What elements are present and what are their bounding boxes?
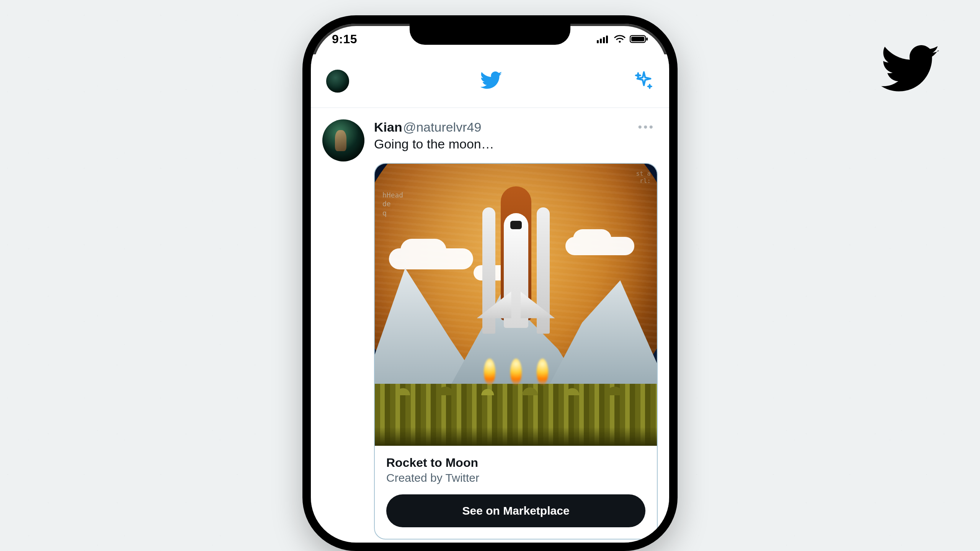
twitter-logo-corner <box>880 38 942 99</box>
nft-creator: Created by Twitter <box>386 471 645 484</box>
status-icons <box>597 35 648 43</box>
tweet-actions <box>374 540 658 551</box>
nft-card[interactable]: hHead de q st a rl: Rocket to Moon Creat… <box>374 163 658 540</box>
author-handle: @naturelvr49 <box>403 120 482 134</box>
svg-rect-7 <box>646 37 648 41</box>
phone-notch <box>410 24 570 45</box>
share-icon[interactable] <box>593 549 609 551</box>
tweet-author-avatar[interactable] <box>322 119 364 161</box>
svg-rect-1 <box>600 39 602 43</box>
nft-art-shuttle <box>474 186 558 370</box>
profile-avatar-small[interactable] <box>326 70 349 93</box>
svg-rect-6 <box>631 37 644 41</box>
battery-icon <box>630 35 648 43</box>
svg-rect-2 <box>603 37 605 43</box>
more-options-icon[interactable]: ••• <box>635 121 658 134</box>
like-icon[interactable] <box>533 549 549 551</box>
status-time: 9:15 <box>332 32 357 46</box>
nft-meta: Rocket to Moon Created by Twitter See on… <box>375 446 657 539</box>
nft-image[interactable]: hHead de q st a rl: <box>375 164 657 446</box>
twitter-app: Kian@naturelvr49 ••• Going to the moon… <box>311 54 669 543</box>
phone-frame: 9:15 <box>302 15 678 551</box>
tweet-text: Going to the moon… <box>374 137 658 152</box>
see-on-marketplace-button[interactable]: See on Marketplace <box>386 494 645 527</box>
wifi-icon <box>614 35 626 43</box>
tweet[interactable]: Kian@naturelvr49 ••• Going to the moon… <box>311 108 669 551</box>
sparkle-icon[interactable] <box>634 70 654 92</box>
reply-icon[interactable] <box>411 549 427 551</box>
cellular-icon <box>597 35 610 43</box>
nft-art-overlay-text: hHead de q <box>382 191 403 217</box>
tweet-user[interactable]: Kian@naturelvr49 <box>374 119 481 135</box>
nft-title: Rocket to Moon <box>386 456 645 470</box>
retweet-icon[interactable] <box>471 549 489 551</box>
author-name: Kian <box>374 120 402 134</box>
tweet-body: Kian@naturelvr49 ••• Going to the moon… <box>374 119 658 551</box>
nft-art-overlay-text: st a rl: <box>636 170 651 184</box>
nft-art-cloud <box>389 248 473 269</box>
svg-rect-0 <box>597 40 599 43</box>
nft-art-cloud <box>565 237 634 255</box>
twitter-logo-icon[interactable] <box>480 69 503 93</box>
svg-rect-3 <box>606 36 608 43</box>
tweet-header: Kian@naturelvr49 ••• <box>374 119 658 135</box>
svg-point-4 <box>619 41 621 43</box>
nft-art-trees <box>375 384 657 446</box>
app-header <box>311 54 669 108</box>
